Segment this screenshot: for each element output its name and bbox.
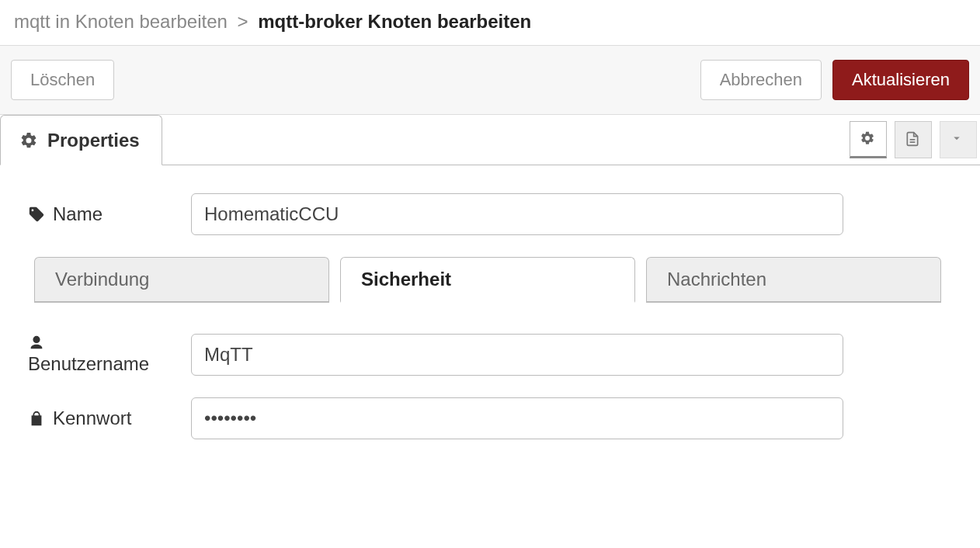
breadcrumb-separator: > xyxy=(238,11,248,32)
cancel-button[interactable]: Abbrechen xyxy=(700,60,822,100)
tab-messages[interactable]: Nachrichten xyxy=(646,257,941,303)
label-name: Name xyxy=(28,203,191,225)
gear-icon xyxy=(19,131,38,150)
form-area: Name Verbindung Sicherheit Nachrichten B… xyxy=(0,165,980,477)
label-name-text: Name xyxy=(53,203,103,225)
more-dropdown-button[interactable] xyxy=(940,121,977,158)
update-button[interactable]: Aktualisieren xyxy=(832,60,969,100)
gear-icon xyxy=(860,130,877,147)
document-icon xyxy=(905,131,922,148)
tab-security[interactable]: Sicherheit xyxy=(340,257,635,303)
chevron-down-icon xyxy=(950,131,967,148)
delete-button[interactable]: Löschen xyxy=(11,60,114,100)
row-name: Name xyxy=(28,193,952,235)
tab-actions xyxy=(846,115,980,165)
action-toolbar: Löschen Abbrechen Aktualisieren xyxy=(0,46,980,115)
breadcrumb-parent[interactable]: mqtt in Knoten bearbeiten xyxy=(14,11,228,32)
label-username-text: Benutzername xyxy=(28,353,149,375)
subtabs: Verbindung Sicherheit Nachrichten xyxy=(34,257,952,303)
document-icon-button[interactable] xyxy=(895,121,932,158)
row-username: Benutzername xyxy=(28,334,952,376)
name-input[interactable] xyxy=(191,193,843,235)
tab-properties[interactable]: Properties xyxy=(0,115,162,165)
label-password: Kennwort xyxy=(28,408,191,429)
tab-properties-label: Properties xyxy=(47,130,140,151)
breadcrumb: mqtt in Knoten bearbeiten > mqtt-broker … xyxy=(0,0,980,46)
settings-icon-button[interactable] xyxy=(850,121,887,158)
tag-icon xyxy=(28,206,45,223)
label-username: Benutzername xyxy=(28,335,191,375)
lock-icon xyxy=(28,410,45,427)
username-input[interactable] xyxy=(191,334,843,376)
breadcrumb-current: mqtt-broker Knoten bearbeiten xyxy=(258,11,531,32)
main-tabstrip: Properties xyxy=(0,115,980,165)
row-password: Kennwort xyxy=(28,397,952,439)
user-icon xyxy=(28,335,45,352)
label-password-text: Kennwort xyxy=(53,408,131,429)
tab-connection[interactable]: Verbindung xyxy=(34,257,329,303)
password-input[interactable] xyxy=(191,397,843,439)
